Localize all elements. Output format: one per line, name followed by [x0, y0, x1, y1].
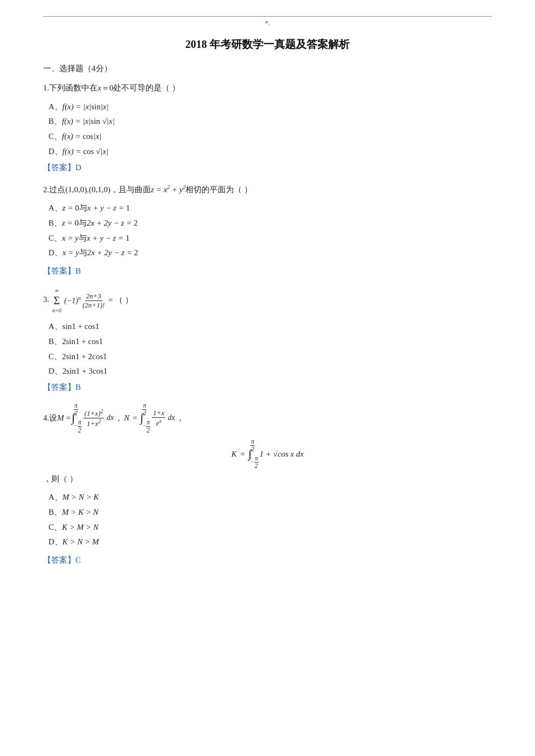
m-integral-sym: ∫ [72, 412, 75, 424]
q2-option-c: C、x = y与x + y − z = 1 [48, 231, 492, 246]
q4-option-a: A、M > N > K [48, 490, 492, 505]
n-lower-limit: −π2 [142, 419, 150, 433]
k-lower-limit: −π2 [251, 455, 259, 470]
n-integral-sym: ∫ [140, 412, 143, 424]
sum-upper: ∞ [55, 286, 59, 295]
q4-comma1: ， [115, 409, 123, 427]
q4-option-d: D、K > N > M [48, 535, 492, 550]
n-integral-limits: π2 −π2 [142, 402, 150, 434]
q1-answer: 【答案】D [43, 163, 492, 173]
q4-prefix: 4.设M = [43, 409, 71, 427]
q4-k-line: K = ∫ π2 −π2 1 + √cos x dx [43, 438, 492, 470]
main-title: 2018 年考研数学一真题及答案解析 [43, 37, 492, 52]
q2-option-a: A、z = 0与x + y − z = 1 [48, 201, 492, 216]
q2-option-d: D、x = y与2x + 2y − z = 2 [48, 246, 492, 261]
question-1: 1.下列函数中在x＝0处不可导的是（ ） A、f(x) = |x|sin|x| … [43, 81, 492, 173]
question-2: 2.过点(1,0,0),(0,1,0)，且与曲面z = x2 + y2相切的平面… [43, 183, 492, 277]
k-integrand: 1 + √cos x dx [260, 450, 304, 459]
sum-sigma: Σ [54, 295, 60, 306]
q4-suffix: ，则（ ） [43, 472, 492, 486]
page-number: *. [43, 19, 492, 27]
q4-option-c: C、K > M > N [48, 520, 492, 535]
q2-text: 2.过点(1,0,0),(0,1,0)，且与曲面z = x2 + y2相切的平面… [43, 183, 492, 197]
q1-options: A、f(x) = |x|sin|x| B、f(x) = |x|sin √|x| … [48, 100, 492, 159]
q4-text: 4.设M = ∫ π2 −π2 (1+x)2 1+x2 dx ， N = [43, 402, 492, 434]
m-numerator: (1+x)2 [84, 408, 105, 418]
q3-text: 3. ∞ Σ n=0 (−1)n 2n+3 (2n+1)! = （ ） [43, 286, 492, 315]
top-divider [43, 16, 492, 17]
q3-options: A、sin1 + cos1 B、2sin1 + cos1 C、2sin1 + 2… [48, 319, 492, 379]
m-denominator: 1+x2 [86, 418, 102, 428]
q3-answer: 【答案】B [43, 382, 492, 393]
k-integral-limits: π2 −π2 [251, 438, 259, 470]
q1-option-a: A、f(x) = |x|sin|x| [48, 100, 492, 115]
q1-option-d: D、f(x) = cos √|x| [48, 144, 492, 159]
q1-text: 1.下列函数中在x＝0处不可导的是（ ） [43, 81, 492, 95]
q2-option-b: B、z = 0与2x + 2y − z = 2 [48, 216, 492, 231]
question-3: 3. ∞ Σ n=0 (−1)n 2n+3 (2n+1)! = （ ） A、si… [43, 286, 492, 393]
n-denominator: ex [155, 418, 162, 428]
k-integral-sym: ∫ [248, 448, 252, 460]
q3-option-b: B、2sin1 + cos1 [48, 334, 492, 349]
sum-symbol: ∞ Σ n=0 [52, 286, 61, 315]
q3-option-a: A、sin1 + cos1 [48, 319, 492, 334]
q2-answer: 【答案】B [43, 266, 492, 276]
q4-options: A、M > N > K B、M > K > N C、K > M > N D、K … [48, 490, 492, 550]
q3-option-d: D、2sin1 + 3cos1 [48, 364, 492, 379]
question-4: 4.设M = ∫ π2 −π2 (1+x)2 1+x2 dx ， N = [43, 402, 492, 565]
m-lower-limit: −π2 [74, 419, 82, 433]
q4-answer: 【答案】C [43, 555, 492, 565]
q3-option-c: C、2sin1 + 2cos1 [48, 349, 492, 365]
n-numerator: 1+x [152, 409, 165, 418]
n-integrand: 1+x ex [152, 409, 165, 428]
q4-comma2: ， [176, 409, 184, 427]
q1-option-b: B、f(x) = |x|sin √|x| [48, 114, 492, 129]
m-integrand: (1+x)2 1+x2 [84, 408, 105, 428]
sum-lower: n=0 [52, 306, 61, 315]
page: *. 2018 年考研数学一真题及答案解析 一、选择题（4分） 1.下列函数中在… [0, 0, 535, 756]
q2-options: A、z = 0与x + y − z = 1 B、z = 0与2x + 2y − … [48, 201, 492, 261]
q3-fraction: 2n+3 (2n+1)! [81, 292, 106, 309]
q4-option-b: B、M > K > N [48, 505, 492, 520]
section-label: 一、选择题（4分） [43, 64, 492, 74]
q1-option-c: C、f(x) = cos|x| [48, 129, 492, 144]
m-integral-limits: π2 −π2 [74, 402, 82, 434]
q3-denominator: (2n+1)! [81, 301, 106, 310]
q3-numerator: 2n+3 [85, 292, 102, 301]
